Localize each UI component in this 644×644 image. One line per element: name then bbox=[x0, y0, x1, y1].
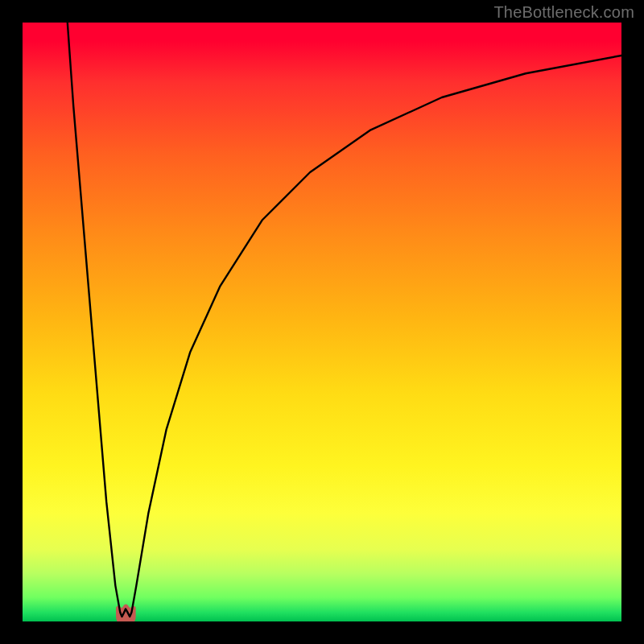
curve-svg bbox=[23, 23, 621, 621]
plot-area bbox=[23, 23, 621, 621]
chart-frame: TheBottleneck.com bbox=[0, 0, 644, 644]
bottleneck-curve bbox=[68, 23, 621, 617]
watermark-text: TheBottleneck.com bbox=[493, 3, 634, 22]
